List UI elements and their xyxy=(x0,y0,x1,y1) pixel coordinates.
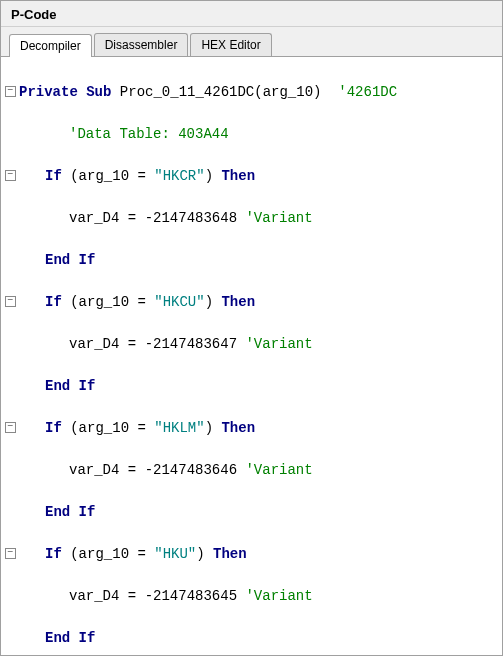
tab-hex-editor[interactable]: HEX Editor xyxy=(190,33,271,56)
pcode-panel: P-Code Decompiler Disassembler HEX Edito… xyxy=(0,0,503,656)
fold-icon[interactable]: − xyxy=(1,544,19,565)
kw-sub: Sub xyxy=(86,84,111,100)
data-table-comment: 'Data Table: 403A44 xyxy=(69,126,229,142)
fold-icon[interactable]: − xyxy=(1,418,19,439)
fold-icon[interactable]: − xyxy=(1,166,19,187)
fold-icon[interactable]: − xyxy=(1,82,19,103)
tab-disassembler[interactable]: Disassembler xyxy=(94,33,189,56)
fold-icon[interactable]: − xyxy=(1,292,19,313)
proc-addr-comment: '4261DC xyxy=(338,84,397,100)
tab-decompiler[interactable]: Decompiler xyxy=(9,34,92,57)
proc-name: Proc_0_11_4261DC(arg_10) xyxy=(120,84,322,100)
code-view[interactable]: −Private Sub Proc_0_11_4261DC(arg_10) '4… xyxy=(1,57,502,655)
kw-private: Private xyxy=(19,84,78,100)
panel-title: P-Code xyxy=(1,1,502,27)
tab-bar: Decompiler Disassembler HEX Editor xyxy=(1,27,502,57)
